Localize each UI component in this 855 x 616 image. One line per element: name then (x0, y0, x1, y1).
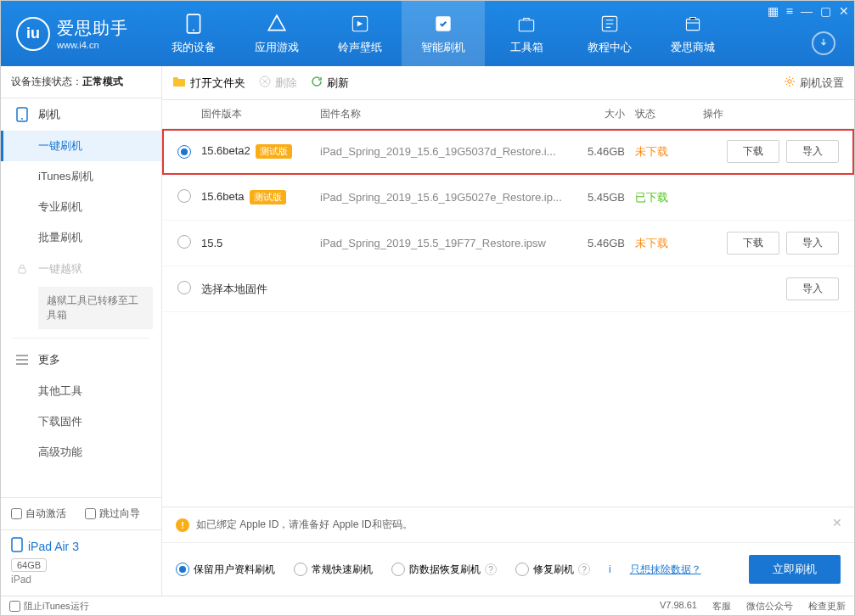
sidebar-heading-flash[interactable]: 刷机 (1, 98, 161, 131)
download-button[interactable]: 下载 (727, 232, 779, 255)
app-url: www.i4.cn (57, 40, 128, 50)
row-radio[interactable] (177, 235, 191, 249)
table-row[interactable]: 15.6beta测试版 iPad_Spring_2019_15.6_19G502… (162, 175, 854, 221)
nav-icon (349, 13, 371, 35)
settings-button[interactable]: 刷机设置 (784, 76, 844, 91)
table-row[interactable]: 15.6beta2测试版 iPad_Spring_2019_15.6_19G50… (162, 129, 854, 175)
help-icon[interactable]: ? (578, 563, 590, 575)
firmware-size: 5.45GB (569, 191, 635, 204)
nav-tab-0[interactable]: 我的设备 (152, 1, 235, 66)
sidebar-item-flash-1[interactable]: iTunes刷机 (1, 161, 161, 192)
import-button[interactable]: 导入 (786, 140, 839, 163)
version-label: V7.98.61 (660, 600, 697, 613)
table-row[interactable]: 选择本地固件 导入 (162, 266, 854, 312)
import-button[interactable]: 导入 (786, 277, 839, 300)
sidebar-item-flash-0[interactable]: 一键刷机 (1, 131, 161, 161)
close-icon[interactable]: ✕ (832, 516, 842, 529)
col-name: 固件名称 (320, 107, 569, 121)
table-row[interactable]: 15.5 iPad_Spring_2019_15.5_19F77_Restore… (162, 221, 854, 266)
version-text: 15.5 (201, 237, 222, 249)
sb-support[interactable]: 客服 (712, 600, 731, 613)
window-controls: ▦ ≡ — ▢ ✕ (768, 4, 849, 18)
firmware-status: 已下载 (635, 190, 703, 205)
col-ops: 操作 (703, 107, 839, 121)
firmware-size: 5.46GB (569, 145, 635, 158)
beta-badge: 测试版 (256, 144, 292, 159)
window-minimize-icon[interactable]: — (801, 4, 813, 18)
row-radio[interactable] (177, 189, 191, 203)
nav-tab-label: 智能刷机 (421, 40, 465, 55)
row-radio[interactable] (177, 281, 191, 294)
auto-activate-checkbox[interactable] (11, 508, 22, 519)
refresh-button[interactable]: 刷新 (311, 76, 349, 91)
delete-button: 删除 (259, 76, 297, 91)
opt-keep-data[interactable]: 保留用户资料刷机 (176, 563, 275, 577)
opt-antirecover[interactable]: 防数据恢复刷机? (391, 563, 497, 577)
notice-bar: ! 如已绑定 Apple ID，请准备好 Apple ID和密码。 ✕ (162, 507, 854, 542)
info-icon[interactable]: i (609, 563, 611, 575)
skip-guide-checkbox[interactable] (85, 508, 96, 519)
sidebar: 设备连接状态：正常模式 刷机 一键刷机iTunes刷机专业刷机批量刷机 一键越狱… (1, 66, 162, 596)
block-itunes-label: 阻止iTunes运行 (24, 600, 89, 613)
opt-repair[interactable]: 修复刷机? (515, 563, 590, 577)
svg-rect-10 (12, 538, 22, 552)
firmware-size: 5.46GB (569, 237, 635, 249)
svg-rect-4 (519, 20, 533, 31)
import-button[interactable]: 导入 (786, 232, 839, 255)
sidebar-heading-more[interactable]: 更多 (1, 344, 161, 376)
erase-link[interactable]: 只想抹除数据？ (630, 563, 701, 577)
nav-tab-5[interactable]: 教程中心 (568, 1, 651, 66)
firmware-name: iPad_Spring_2019_15.5_19F77_Restore.ipsw (320, 237, 569, 249)
jailbreak-note: 越狱工具已转移至工具箱 (38, 287, 153, 329)
refresh-icon (311, 76, 323, 90)
open-folder-button[interactable]: 打开文件夹 (172, 76, 245, 91)
nav-tab-1[interactable]: 应用游戏 (235, 1, 318, 66)
window-grid-icon[interactable]: ▦ (768, 4, 779, 18)
row-radio[interactable] (177, 145, 191, 159)
window-close-icon[interactable]: ✕ (839, 4, 849, 18)
sidebar-item-flash-2[interactable]: 专业刷机 (1, 192, 161, 222)
firmware-name: iPad_Spring_2019_15.6_19G5037d_Restore.i… (320, 145, 569, 158)
logo: iu 爱思助手 www.i4.cn (1, 1, 143, 66)
sidebar-item-flash-3[interactable]: 批量刷机 (1, 222, 161, 253)
sidebar-item-more-0[interactable]: 其他工具 (1, 376, 161, 406)
sb-wechat[interactable]: 微信公众号 (746, 600, 793, 613)
statusbar: 阻止iTunes运行 V7.98.61 客服 微信公众号 检查更新 (1, 596, 854, 615)
svg-rect-6 (686, 19, 699, 30)
sidebar-heading-jailbreak: 一键越狱 (1, 253, 161, 285)
nav-tab-label: 工具箱 (510, 40, 543, 55)
beta-badge: 测试版 (250, 190, 286, 204)
device-storage-badge: 64GB (11, 558, 47, 572)
sb-update[interactable]: 检查更新 (808, 600, 846, 613)
flash-now-button[interactable]: 立即刷机 (749, 555, 841, 584)
nav-tab-label: 我的设备 (172, 40, 216, 55)
help-icon[interactable]: ? (485, 563, 497, 575)
window-maximize-icon[interactable]: ▢ (820, 4, 831, 18)
nav-icon (599, 13, 621, 35)
titlebar: iu 爱思助手 www.i4.cn 我的设备应用游戏铃声壁纸智能刷机工具箱教程中… (1, 1, 854, 66)
sidebar-item-more-1[interactable]: 下载固件 (1, 406, 161, 437)
auto-options: 自动激活 跳过向导 (1, 498, 161, 529)
opt-normal[interactable]: 常规快速刷机 (294, 563, 373, 577)
nav-icon (266, 13, 288, 35)
table-header: 固件版本 固件名称 大小 状态 操作 (162, 100, 854, 129)
firmware-status: 未下载 (635, 236, 703, 251)
nav-tab-2[interactable]: 铃声壁纸 (318, 1, 402, 66)
download-button[interactable]: 下载 (727, 140, 779, 163)
download-progress-icon[interactable] (812, 31, 835, 55)
nav-tab-3[interactable]: 智能刷机 (402, 1, 485, 66)
sidebar-heading-more-label: 更多 (38, 352, 60, 367)
version-text: 15.6beta (201, 190, 245, 203)
toolbar: 打开文件夹 删除 刷新 刷机设置 (162, 66, 854, 100)
nav-tab-6[interactable]: 爱思商城 (651, 1, 734, 66)
connection-status: 设备连接状态：正常模式 (1, 66, 161, 98)
gear-icon (784, 76, 796, 90)
window-list-icon[interactable]: ≡ (786, 4, 793, 18)
nav-tab-4[interactable]: 工具箱 (485, 1, 568, 66)
sidebar-item-more-2[interactable]: 高级功能 (1, 437, 161, 468)
menu-icon (14, 355, 30, 365)
device-type-label: iPad (11, 574, 151, 585)
device-info[interactable]: iPad Air 3 64GB iPad (1, 529, 161, 596)
block-itunes-checkbox[interactable] (9, 601, 20, 612)
flash-options: 保留用户资料刷机 常规快速刷机 防数据恢复刷机? 修复刷机? i 只想抹除数据？… (162, 542, 854, 596)
